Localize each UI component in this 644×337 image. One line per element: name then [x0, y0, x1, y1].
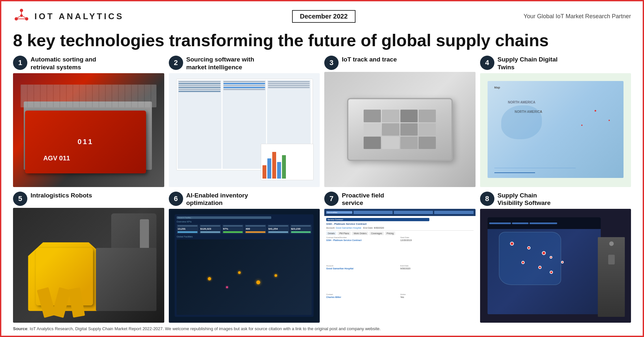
card-5-header: 5 Intralogistics Robots: [13, 192, 164, 206]
card-3: 3 IoT track and trace: [324, 56, 476, 187]
sourcing-image: [169, 73, 320, 187]
footer: Source: IoT Analytics Research, Digital …: [13, 326, 631, 332]
presenter-silhouette: [598, 237, 625, 317]
card-8-number: 8: [480, 192, 494, 206]
card-7-number: 7: [324, 192, 339, 206]
card-5-title: Intralogistics Robots: [31, 192, 92, 199]
servicemax-body: Service Contract GSH - Platinum Service …: [324, 216, 476, 323]
card-4-title: Supply Chain Digital Twins: [498, 56, 558, 71]
servicemax-header: ServiceMax: [324, 209, 476, 216]
card-8: 8 Supply Chain Visibility Software: [480, 192, 631, 323]
visibility-map: [488, 217, 601, 314]
twins-map: Map NORTH AMERICA: [488, 81, 624, 178]
card-8-image: [480, 209, 631, 323]
tagline: Your Global IoT Market Research Partner: [524, 13, 631, 20]
ai-kpis: 13,231 $120,323 97%: [177, 224, 312, 234]
card-5: 5 Intralogistics Robots: [13, 192, 164, 323]
card-4-image: Map NORTH AMERICA: [480, 73, 631, 187]
card-1-title: Automatic sorting and retrieval systems: [31, 56, 96, 71]
card-3-title: IoT track and trace: [342, 56, 397, 63]
card-3-image: [324, 72, 476, 187]
card-3-header: 3 IoT track and trace: [324, 56, 476, 70]
servicemax-fields: Contract Name/Number GSH - Platinum Serv…: [326, 236, 474, 321]
card-6-header: 6 AI-Enabled inventory optimization: [169, 192, 320, 207]
card-5-number: 5: [13, 192, 27, 206]
card-2-number: 2: [169, 56, 183, 70]
servicemax-image: ServiceMax Service Contract GSH - Platin…: [324, 209, 476, 323]
svg-point-0: [20, 9, 23, 12]
ai-world-map: [177, 239, 312, 315]
card-3-number: 3: [324, 56, 339, 70]
ai-inventory-inner: Search Facility... Overview KPIs 13,231 …: [175, 214, 314, 317]
main-title: 8 key technologies transforming the futu…: [13, 31, 631, 50]
card-1-number: 1: [13, 56, 27, 70]
iot-analytics-logo-icon: [13, 7, 30, 25]
robot-body: 011: [25, 111, 146, 173]
header: IOT ANALYTICS December 2022 Your Global …: [13, 7, 631, 25]
card-2-image: [169, 73, 320, 187]
conveyor-lines: [20, 85, 156, 107]
iot-device: [347, 98, 453, 161]
card-7-image: ServiceMax Service Contract GSH - Platin…: [324, 209, 476, 323]
card-4-header: 4 Supply Chain Digital Twins: [480, 56, 631, 71]
date-badge: December 2022: [292, 10, 356, 23]
card-1-header: 1 Automatic sorting and retrieval system…: [13, 56, 164, 71]
card-6-title: AI-Enabled inventory optimization: [186, 192, 248, 207]
card-5-image: [13, 208, 164, 323]
twins-image: Map NORTH AMERICA: [480, 73, 631, 187]
svg-line-6: [23, 16, 26, 18]
footer-text: : IoT Analytics Research, Digital Supply…: [27, 326, 381, 331]
footer-source-label: Source: [13, 326, 27, 331]
cards-grid: 1 Automatic sorting and retrieval system…: [13, 56, 631, 323]
card-1-image: 011: [13, 73, 164, 187]
card-2-title: Sourcing software with market intelligen…: [186, 56, 254, 71]
card-2: 2 Sourcing software with market intellig…: [169, 56, 320, 187]
ai-inventory-image: Search Facility... Overview KPIs 13,231 …: [169, 209, 320, 323]
card-7: 7 Proactive field service ServiceMax Ser…: [324, 192, 476, 323]
card-4: 4 Supply Chain Digital Twins Map NORTH A…: [480, 56, 631, 187]
card-6: 6 AI-Enabled inventory optimization Sear…: [169, 192, 320, 323]
page: IOT ANALYTICS December 2022 Your Global …: [1, 1, 643, 336]
card-8-title: Supply Chain Visibility Software: [498, 192, 551, 207]
card-6-number: 6: [169, 192, 183, 206]
card-1: 1 Automatic sorting and retrieval system…: [13, 56, 164, 187]
svg-point-3: [20, 14, 23, 17]
card-8-header: 8 Supply Chain Visibility Software: [480, 192, 631, 207]
card-6-image: Search Facility... Overview KPIs 13,231 …: [169, 209, 320, 323]
robots-image: 011: [13, 73, 164, 187]
logo-text: IOT ANALYTICS: [34, 11, 124, 21]
card-7-title: Proactive field service: [342, 192, 384, 207]
intralogistics-image: [13, 208, 164, 323]
iot-image: [324, 72, 476, 187]
card-2-header: 2 Sourcing software with market intellig…: [169, 56, 320, 71]
card-4-number: 4: [480, 56, 494, 70]
visibility-image: [480, 209, 631, 323]
sourcing-chart: [261, 144, 314, 180]
card-7-header: 7 Proactive field service: [324, 192, 476, 207]
logo-area: IOT ANALYTICS: [13, 7, 124, 25]
svg-line-5: [17, 16, 20, 18]
